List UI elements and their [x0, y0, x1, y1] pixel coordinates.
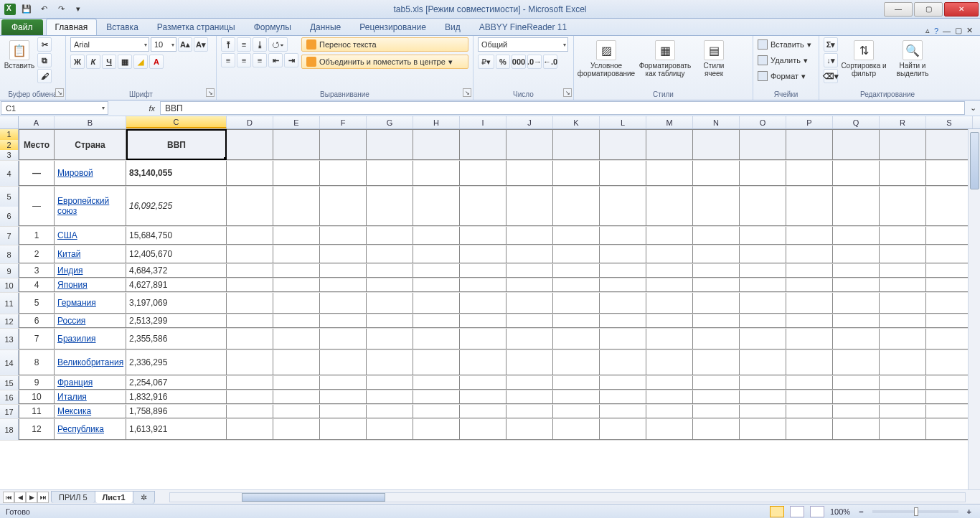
cell[interactable]: 1,758,896: [126, 405, 227, 418]
row-header-12[interactable]: 12: [0, 314, 19, 328]
cell[interactable]: [273, 187, 320, 226]
borders-button[interactable]: ▦: [118, 55, 132, 69]
cell[interactable]: [320, 293, 367, 314]
cell[interactable]: [273, 293, 320, 314]
cell[interactable]: Япония: [55, 278, 126, 292]
fx-button[interactable]: fx: [149, 104, 155, 113]
cell[interactable]: [507, 245, 553, 263]
zoom-in-button[interactable]: +: [964, 507, 974, 516]
normal-view-button[interactable]: [770, 506, 784, 517]
cell[interactable]: [833, 405, 880, 418]
link[interactable]: Германия: [57, 298, 96, 308]
redo-button[interactable]: ↷: [55, 3, 67, 16]
cell[interactable]: 7: [19, 329, 55, 349]
row-header-18[interactable]: 18: [0, 419, 19, 440]
format-as-table-button[interactable]: ▦Форматировать как таблицу: [637, 37, 693, 78]
cell[interactable]: [320, 129, 367, 160]
col-header-J[interactable]: J: [507, 116, 553, 128]
vertical-scrollbar[interactable]: [968, 129, 980, 489]
cell[interactable]: [227, 129, 273, 160]
cell[interactable]: [460, 227, 507, 245]
cell[interactable]: [740, 350, 786, 375]
cell[interactable]: [600, 350, 646, 375]
cell[interactable]: [413, 314, 460, 328]
col-header-O[interactable]: O: [740, 116, 786, 128]
ribbon-tab-данные[interactable]: Данные: [301, 19, 350, 35]
cell[interactable]: [460, 314, 507, 328]
ribbon-tab-abbyy-finereader-11[interactable]: ABBYY FineReader 11: [470, 19, 577, 35]
cell[interactable]: [786, 376, 833, 390]
cell[interactable]: [553, 129, 600, 160]
cell[interactable]: [460, 329, 507, 349]
cell[interactable]: [786, 390, 833, 404]
cell[interactable]: [833, 419, 880, 440]
cell[interactable]: [553, 264, 600, 278]
cell[interactable]: [880, 278, 926, 292]
cell[interactable]: [460, 350, 507, 375]
cell[interactable]: [553, 350, 600, 375]
conditional-formatting-button[interactable]: ▨Условное форматирование: [578, 37, 634, 78]
sheet-nav-first[interactable]: ⏮: [3, 492, 14, 503]
cell[interactable]: [367, 227, 413, 245]
cell[interactable]: [833, 227, 880, 245]
col-header-E[interactable]: E: [273, 116, 320, 128]
cell[interactable]: [507, 390, 553, 404]
cell[interactable]: [413, 419, 460, 440]
cell[interactable]: [786, 405, 833, 418]
cell[interactable]: [320, 419, 367, 440]
cell[interactable]: [833, 376, 880, 390]
file-tab[interactable]: Файл: [1, 19, 43, 35]
cell[interactable]: [553, 376, 600, 390]
cell[interactable]: [833, 390, 880, 404]
save-button[interactable]: 💾: [20, 3, 33, 16]
cell[interactable]: [507, 187, 553, 226]
autosum-button[interactable]: Σ▾: [824, 37, 838, 52]
cell[interactable]: 2,513,299: [126, 314, 227, 328]
cell[interactable]: [693, 161, 740, 186]
cell[interactable]: 4: [19, 278, 55, 292]
cell[interactable]: [460, 245, 507, 263]
cell[interactable]: 12: [19, 419, 55, 440]
cell[interactable]: [646, 405, 693, 418]
cell[interactable]: [646, 293, 693, 314]
cell[interactable]: [880, 293, 926, 314]
paste-button[interactable]: 📋 Вставить: [4, 37, 34, 70]
row-header-16[interactable]: 16: [0, 390, 19, 404]
col-header-S[interactable]: S: [926, 116, 973, 128]
link[interactable]: Бразилия: [57, 334, 96, 344]
cell[interactable]: [460, 129, 507, 160]
cell[interactable]: [600, 293, 646, 314]
cell[interactable]: [273, 278, 320, 292]
cell[interactable]: [507, 350, 553, 375]
cell[interactable]: [413, 278, 460, 292]
cell[interactable]: [786, 329, 833, 349]
percent-button[interactable]: %: [496, 55, 510, 69]
cell[interactable]: [273, 264, 320, 278]
col-header-H[interactable]: H: [413, 116, 460, 128]
cell[interactable]: [367, 405, 413, 418]
cell[interactable]: [833, 245, 880, 263]
cell[interactable]: [273, 245, 320, 263]
cell[interactable]: [646, 278, 693, 292]
cell[interactable]: [740, 129, 786, 160]
cell[interactable]: Китай: [55, 245, 126, 263]
col-header-N[interactable]: N: [693, 116, 740, 128]
cell[interactable]: [460, 390, 507, 404]
cell[interactable]: [227, 227, 273, 245]
cell[interactable]: [880, 405, 926, 418]
cell[interactable]: 15,684,750: [126, 227, 227, 245]
cell[interactable]: [507, 161, 553, 186]
cell[interactable]: [600, 245, 646, 263]
page-break-view-button[interactable]: [810, 506, 824, 517]
cell[interactable]: [740, 245, 786, 263]
clear-button[interactable]: ⌫▾: [824, 69, 838, 83]
cell[interactable]: [693, 293, 740, 314]
ribbon-tab-главная[interactable]: Главная: [46, 19, 98, 35]
cell[interactable]: [553, 293, 600, 314]
sheet-nav-prev[interactable]: ◀: [14, 492, 26, 503]
align-top-button[interactable]: ⭱: [221, 37, 235, 52]
cell[interactable]: [600, 264, 646, 278]
increase-font-button[interactable]: A▴: [178, 37, 192, 52]
close-button[interactable]: ✕: [944, 2, 979, 17]
cell[interactable]: [553, 227, 600, 245]
